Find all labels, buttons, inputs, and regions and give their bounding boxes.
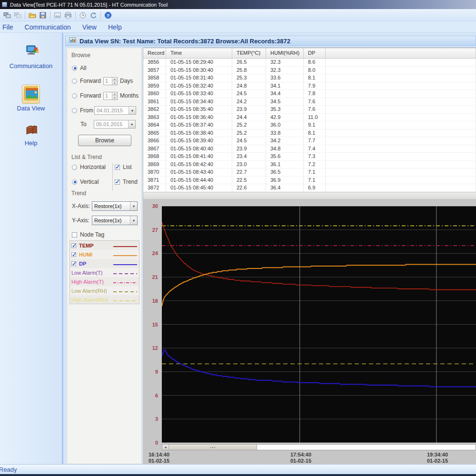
months-input[interactable]	[104, 92, 112, 99]
table-cell	[326, 145, 476, 153]
horizontal-radio[interactable]	[72, 165, 77, 170]
months-spinner[interactable]: ▲▼	[103, 92, 118, 100]
table-row[interactable]: 387001-05-15 08:43:4022.736.57.1	[143, 169, 476, 177]
dropdown-arrow-icon[interactable]: ▾	[129, 107, 136, 114]
sidebar-item-communication[interactable]: Communication	[0, 33, 62, 69]
table-cell: 34.2	[266, 137, 304, 145]
table-cell	[326, 74, 476, 82]
trend-option[interactable]: Trend	[115, 177, 142, 187]
table-row[interactable]: 386301-05-15 08:36:4024.442.911.0	[143, 114, 476, 122]
days-unit-label: Days	[120, 78, 133, 84]
table-cell: 3865	[143, 129, 166, 137]
browse-forward-months-option[interactable]: Forward ▲▼ Months	[67, 91, 142, 100]
table-row[interactable]: 386501-05-15 08:38:4025.233.88.1	[143, 129, 476, 138]
menu-item-help[interactable]: Help	[108, 23, 122, 31]
window-titlebar[interactable]: Data View[Test PCE-HT 71 N 05.01.2015] -…	[0, 0, 476, 9]
humi-series-checkbox[interactable]	[71, 252, 76, 257]
column-header-dp[interactable]: DP	[304, 48, 326, 58]
y-axis-tick-label: 3	[144, 416, 158, 422]
months-spin-down-icon[interactable]: ▼	[112, 96, 117, 99]
table-row[interactable]: 387101-05-15 08:44:4022.536.97.1	[143, 177, 476, 185]
records-table[interactable]: RecordTimeTEMP(°C)HUMI(%RH)DP385601-05-1…	[143, 48, 476, 199]
column-header-filler[interactable]	[326, 48, 476, 58]
disconnect-icon[interactable]	[13, 10, 22, 20]
legend-row-humi[interactable]: HUMI	[70, 250, 139, 259]
trend-panel: 036912151821242730◄16:14:4001-02-1517:54…	[143, 199, 476, 464]
table-row[interactable]: 386201-05-15 08:35:4023.935.37.6	[143, 106, 476, 114]
list-option[interactable]: List	[115, 162, 142, 172]
table-row[interactable]: 387201-05-15 08:45:4022.636.46.9	[143, 184, 476, 192]
node-tag-checkbox[interactable]	[72, 232, 77, 238]
refresh-icon[interactable]	[89, 10, 98, 20]
table-row[interactable]: 385701-05-15 08:30:4025.832.38.0	[143, 67, 476, 75]
table-row[interactable]: 385801-05-15 08:31:4025.333.68.1	[143, 74, 476, 82]
node-tag-option[interactable]: Node Tag	[67, 230, 142, 239]
days-spin-down-icon[interactable]: ▼	[112, 81, 117, 85]
scroll-left-arrow-icon[interactable]: ◄	[162, 445, 169, 450]
y-axis-tick-label: 9	[144, 369, 158, 375]
column-header-tempc[interactable]: TEMP(°C)	[232, 48, 266, 58]
print-icon[interactable]	[63, 10, 73, 20]
column-header-record[interactable]: Record	[143, 48, 166, 58]
table-row[interactable]: 386401-05-15 08:37:4025.236.09.1	[143, 121, 476, 129]
temp-series-checkbox[interactable]	[71, 243, 76, 248]
table-row[interactable]: 386701-05-15 08:40:4023.934.87.4	[143, 145, 476, 153]
table-cell: 36.9	[266, 177, 304, 184]
trend-checkbox[interactable]	[115, 179, 120, 185]
browse-forward-days-option[interactable]: Forward ▲▼ Days	[67, 76, 142, 86]
menu-item-communication[interactable]: Communication	[25, 23, 71, 31]
days-input[interactable]	[104, 78, 112, 85]
legend-row-dp[interactable]: DP	[70, 259, 139, 268]
sidebar: CommunicationData ViewHelp	[0, 33, 63, 464]
table-row[interactable]: 386601-05-15 08:39:4024.534.27.7	[143, 137, 476, 145]
vertical-radio[interactable]	[72, 179, 77, 185]
sidebar-item-data-view[interactable]: Data View	[0, 69, 62, 112]
chart-horizontal-scrollbar[interactable]: ◄	[162, 444, 476, 450]
connect-icon[interactable]	[2, 10, 12, 20]
table-row[interactable]: 386001-05-15 08:33:4024.534.47.8	[143, 90, 476, 98]
from-radio[interactable]	[72, 108, 77, 113]
horizontal-label: Horizontal	[80, 164, 106, 170]
table-horizontal-scrollbar[interactable]	[143, 192, 476, 199]
from-date-select[interactable]: 04.01.2015 ▾	[94, 106, 136, 115]
table-cell: 3863	[143, 114, 166, 121]
list-checkbox[interactable]	[115, 165, 120, 170]
table-row[interactable]: 385901-05-15 08:32:4024.834.17.9	[143, 82, 476, 90]
table-row[interactable]: 386101-05-15 08:34:4024.234.57.6	[143, 98, 476, 106]
forward-months-radio[interactable]	[72, 93, 77, 99]
trend-chart[interactable]	[162, 206, 476, 443]
days-spinner[interactable]: ▲▼	[103, 77, 118, 85]
scrollbar-thumb[interactable]	[169, 445, 257, 450]
y-axis-select[interactable]: Restore(1x) ▾	[92, 216, 138, 225]
dp-series-checkbox[interactable]	[71, 261, 76, 266]
clock-icon[interactable]	[78, 10, 88, 20]
column-header-humi%rh[interactable]: HUMI(%RH)	[266, 48, 304, 58]
table-row[interactable]: 385601-05-15 08:29:4026.532.38.6	[143, 59, 476, 67]
help-icon[interactable]: ?	[103, 10, 113, 20]
open-folder-icon[interactable]	[28, 10, 37, 20]
menu-item-view[interactable]: View	[82, 23, 97, 31]
y-axis-tick-label: 24	[144, 250, 158, 256]
sidebar-item-help[interactable]: Help	[0, 112, 62, 147]
legend-row-temp[interactable]: TEMP	[70, 241, 139, 250]
browse-all-option[interactable]: All	[67, 63, 142, 73]
browse-from-option[interactable]: From 04.01.2015 ▾	[67, 106, 142, 115]
forward-days-radio[interactable]	[72, 79, 77, 84]
status-text: Ready	[0, 466, 17, 473]
to-date-select[interactable]: 05.01.2015 ▾	[94, 120, 136, 129]
column-header-time[interactable]: Time	[166, 48, 232, 58]
months-spin-up-icon[interactable]: ▲	[112, 92, 117, 96]
browse-button[interactable]: Browse	[78, 135, 131, 146]
save-icon[interactable]	[38, 10, 48, 20]
table-cell: 01-05-15 08:44:40	[166, 177, 232, 184]
days-spin-up-icon[interactable]: ▲	[112, 78, 117, 81]
menu-item-file[interactable]: File	[2, 23, 13, 31]
table-row[interactable]: 386801-05-15 08:41:4023.435.67.3	[143, 153, 476, 161]
dropdown-arrow-icon[interactable]: ▾	[128, 120, 135, 128]
export-image-icon[interactable]	[53, 10, 62, 20]
dropdown-arrow-icon[interactable]: ▾	[130, 202, 137, 210]
all-radio[interactable]	[72, 66, 77, 71]
table-row[interactable]: 386901-05-15 08:42:4023.036.17.2	[143, 161, 476, 169]
dropdown-arrow-icon[interactable]: ▾	[130, 216, 137, 225]
x-axis-select[interactable]: Restore(1x) ▾	[92, 201, 138, 211]
